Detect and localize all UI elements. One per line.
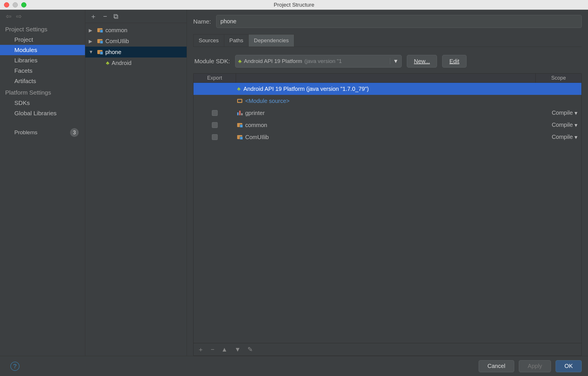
scope-combo[interactable]: Compile▾: [535, 134, 581, 141]
module-tree-panel: ＋ − ⧉ ▶ common ▶ ComUIlib ▼ phone ♣ An: [85, 10, 187, 356]
chevron-down-icon[interactable]: ▼: [390, 58, 399, 64]
table-header: Export Scope: [194, 74, 581, 83]
header-scope[interactable]: Scope: [535, 74, 581, 83]
forward-icon[interactable]: ⇨: [16, 12, 22, 20]
scope-combo[interactable]: Compile▾: [535, 110, 581, 116]
module-folder-icon: [237, 135, 242, 139]
module-sdk-combo[interactable]: ♣ Android API 19 Platform (java version …: [235, 55, 402, 68]
export-checkbox[interactable]: [212, 110, 218, 116]
chevron-down-icon: ▾: [575, 110, 577, 116]
edit-icon[interactable]: ✎: [247, 346, 253, 353]
export-checkbox[interactable]: [212, 134, 218, 140]
sidebar-nav: ⇦ ⇨: [0, 10, 85, 23]
export-checkbox[interactable]: [212, 122, 218, 128]
module-folder-icon: [97, 50, 103, 54]
source-folder-icon: [237, 99, 242, 103]
dependency-label: Android API 19 Platform (java version "1…: [243, 86, 369, 92]
sidebar: ⇦ ⇨ Project Settings Project Modules Lib…: [0, 10, 85, 356]
dependency-row[interactable]: ComUIlib Compile▾: [194, 131, 581, 143]
dependency-row[interactable]: ♣ Android API 19 Platform (java version …: [194, 83, 581, 95]
sidebar-item-artifacts[interactable]: Artifacts: [0, 76, 85, 86]
chevron-right-icon[interactable]: ▶: [89, 28, 94, 33]
module-tree: ▶ common ▶ ComUIlib ▼ phone ♣ Android: [85, 23, 187, 68]
dependencies-table: Export Scope ♣ Android API 19 Platform (…: [193, 73, 582, 356]
chevron-down-icon: ▾: [575, 134, 577, 141]
table-body: ♣ Android API 19 Platform (java version …: [194, 83, 581, 343]
name-label: Name:: [193, 18, 211, 25]
dependency-row[interactable]: <Module source>: [194, 95, 581, 107]
library-icon: [237, 111, 242, 115]
tree-item-common[interactable]: ▶ common: [85, 25, 187, 36]
ok-button[interactable]: OK: [556, 360, 582, 372]
tree-toolbar: ＋ − ⧉: [85, 10, 187, 23]
module-tabs: Sources Paths Dependencies: [193, 34, 582, 47]
module-name-input[interactable]: [216, 15, 582, 28]
tab-dependencies[interactable]: Dependencies: [249, 34, 294, 47]
problems-count-badge: 3: [70, 128, 79, 137]
tree-label: Android: [112, 60, 131, 66]
module-sdk-label: Module SDK:: [194, 58, 230, 65]
tree-label: phone: [105, 49, 121, 55]
apply-button[interactable]: Apply: [519, 360, 551, 372]
tree-item-android-facet[interactable]: ♣ Android: [85, 57, 187, 68]
sidebar-item-global-libraries[interactable]: Global Libraries: [0, 108, 85, 118]
tree-label: ComUIlib: [105, 38, 129, 45]
combo-value: Android API 19 Platform: [244, 58, 302, 64]
back-icon[interactable]: ⇦: [6, 12, 11, 20]
sidebar-item-facets[interactable]: Facets: [0, 66, 85, 76]
android-icon: ♣: [237, 86, 241, 92]
add-icon[interactable]: ＋: [90, 12, 97, 21]
add-icon[interactable]: ＋: [198, 345, 204, 354]
dependencies-toolbar: ＋ − ▲ ▼ ✎: [194, 343, 581, 356]
dependency-label: <Module source>: [245, 98, 290, 104]
sidebar-heading-platform-settings: Platform Settings: [0, 86, 85, 98]
new-sdk-button[interactable]: New...: [407, 55, 437, 68]
move-up-icon[interactable]: ▲: [221, 346, 228, 353]
dialog-footer: ? Cancel Apply OK: [0, 356, 588, 376]
edit-sdk-button[interactable]: Edit: [442, 55, 466, 68]
dependency-row[interactable]: gprinter Compile▾: [194, 107, 581, 119]
help-icon[interactable]: ?: [10, 362, 20, 371]
tree-item-phone[interactable]: ▼ phone: [85, 47, 187, 57]
sidebar-item-sdks[interactable]: SDKs: [0, 98, 85, 108]
sidebar-item-problems[interactable]: Problems 3: [0, 126, 85, 139]
tree-label: common: [105, 27, 127, 34]
window-titlebar: Project Structure: [0, 0, 588, 10]
module-folder-icon: [237, 123, 242, 127]
dependency-label: common: [245, 122, 267, 128]
window-title: Project Structure: [274, 2, 314, 8]
sidebar-item-project[interactable]: Project: [0, 34, 85, 45]
sidebar-item-libraries[interactable]: Libraries: [0, 55, 85, 66]
combo-value-suffix: (java version "1: [304, 58, 342, 64]
chevron-down-icon: ▾: [575, 122, 577, 128]
tree-item-comuilib[interactable]: ▶ ComUIlib: [85, 36, 187, 47]
dependency-row[interactable]: common Compile▾: [194, 119, 581, 131]
problems-label: Problems: [14, 129, 37, 136]
remove-icon[interactable]: −: [103, 12, 107, 20]
sidebar-heading-project-settings: Project Settings: [0, 23, 85, 34]
minimize-window-button[interactable]: [13, 2, 18, 7]
dependency-label: gprinter: [245, 110, 265, 116]
dependency-label: ComUIlib: [245, 134, 269, 141]
scope-combo[interactable]: Compile▾: [535, 122, 581, 128]
tab-sources[interactable]: Sources: [193, 34, 224, 47]
window-controls: [4, 2, 26, 7]
copy-icon[interactable]: ⧉: [113, 12, 118, 20]
android-icon: ♣: [238, 58, 242, 64]
header-export[interactable]: Export: [194, 74, 236, 83]
chevron-right-icon[interactable]: ▶: [89, 39, 94, 44]
close-window-button[interactable]: [4, 2, 9, 7]
tab-paths[interactable]: Paths: [224, 34, 249, 47]
move-down-icon[interactable]: ▼: [235, 346, 241, 353]
chevron-down-icon[interactable]: ▼: [89, 49, 94, 55]
main-panel: Name: Sources Paths Dependencies Module …: [187, 10, 588, 356]
module-folder-icon: [97, 39, 103, 43]
cancel-button[interactable]: Cancel: [479, 360, 514, 372]
header-dependency[interactable]: [236, 74, 535, 83]
zoom-window-button[interactable]: [21, 2, 26, 7]
android-icon: ♣: [106, 60, 109, 66]
sidebar-item-modules[interactable]: Modules: [0, 45, 85, 55]
module-folder-icon: [97, 28, 103, 32]
remove-icon[interactable]: −: [211, 346, 214, 353]
